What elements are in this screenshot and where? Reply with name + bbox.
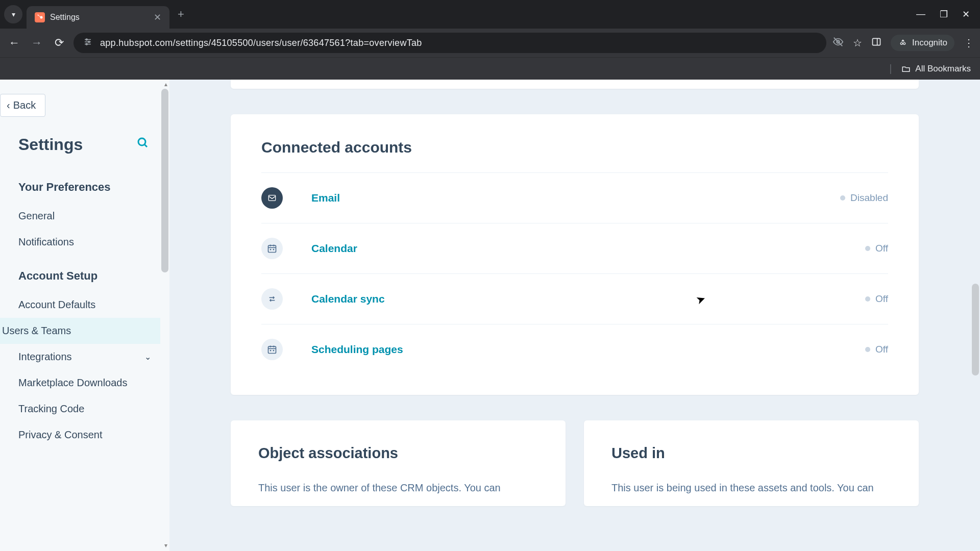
object-associations-title: Object associations — [258, 445, 538, 462]
status-dot-icon — [840, 195, 845, 201]
sidebar-scroll-thumb[interactable] — [161, 89, 168, 272]
sidebar-item-tracking-code[interactable]: Tracking Code — [18, 396, 151, 422]
url-field[interactable]: app.hubspot.com/settings/45105500/users/… — [74, 33, 826, 53]
svg-point-15 — [138, 138, 145, 145]
svg-rect-26 — [268, 346, 276, 353]
maximize-icon[interactable]: ❐ — [940, 9, 948, 20]
sidebar-item-privacy[interactable]: Privacy & Consent — [18, 422, 151, 448]
incognito-label: Incognito — [912, 38, 947, 48]
email-icon — [261, 187, 283, 209]
sidebar-item-users-teams[interactable]: Users & Teams — [0, 318, 188, 344]
svg-point-0 — [40, 16, 43, 19]
site-settings-icon[interactable] — [83, 37, 93, 49]
eye-off-icon[interactable] — [832, 36, 844, 50]
account-calendar-link[interactable]: Calendar — [311, 242, 357, 255]
connected-accounts-card: Connected accounts Email Disabled Calend… — [231, 114, 919, 395]
svg-rect-18 — [268, 245, 276, 252]
chevron-left-icon: ‹ — [7, 99, 10, 111]
section-header-preferences: Your Preferences — [18, 181, 151, 194]
svg-rect-30 — [270, 350, 272, 352]
sidebar-item-integrations[interactable]: Integrations ⌄ — [18, 344, 151, 370]
bookmark-star-icon[interactable]: ☆ — [853, 37, 862, 49]
menu-dots-icon[interactable]: ⋮ — [964, 37, 974, 49]
forward-nav-icon[interactable]: → — [29, 36, 45, 49]
status-dot-icon — [865, 347, 870, 352]
svg-point-12 — [900, 42, 902, 44]
previous-card-peek — [231, 80, 919, 89]
svg-line-16 — [144, 144, 147, 147]
bookmarks-bar: | All Bookmarks — [0, 57, 980, 80]
account-email-status: Disabled — [840, 192, 888, 204]
svg-rect-23 — [273, 249, 275, 251]
sidebar-scrollbar[interactable]: ▴ ▾ — [160, 80, 169, 551]
svg-point-6 — [88, 41, 90, 42]
tab-close-icon[interactable]: ✕ — [154, 12, 161, 23]
account-row-calendar-sync: Calendar sync Off — [261, 273, 888, 324]
url-text: app.hubspot.com/settings/45105500/users/… — [100, 38, 422, 48]
account-calendar-sync-status: Off — [865, 293, 888, 305]
browser-tab-strip: ▾ Settings ✕ + ― ❐ ✕ — [0, 0, 980, 29]
used-in-title: Used in — [611, 445, 891, 462]
object-associations-desc: This user is the owner of these CRM obje… — [258, 480, 538, 496]
settings-sidebar: ‹ Back Settings Your Preferences General… — [0, 80, 169, 551]
calendar-icon — [261, 238, 283, 259]
account-scheduling-link[interactable]: Scheduling pages — [311, 343, 403, 356]
minimize-icon[interactable]: ― — [916, 9, 925, 20]
object-associations-card: Object associations This user is the own… — [231, 420, 566, 506]
svg-rect-22 — [270, 249, 272, 251]
incognito-badge[interactable]: Incognito — [891, 35, 954, 51]
browser-tab[interactable]: Settings ✕ — [27, 6, 169, 29]
account-email-link[interactable]: Email — [311, 192, 340, 204]
window-controls: ― ❐ ✕ — [916, 9, 976, 20]
status-dot-icon — [865, 296, 870, 302]
address-bar: ← → ⟳ app.hubspot.com/settings/45105500/… — [0, 29, 980, 57]
connected-accounts-title: Connected accounts — [261, 139, 888, 156]
svg-point-13 — [903, 42, 905, 44]
used-in-desc: This user is being used in these assets … — [611, 480, 891, 496]
scroll-up-arrow-icon[interactable]: ▴ — [164, 81, 167, 88]
chevron-down-icon: ⌄ — [144, 352, 151, 362]
tab-title: Settings — [50, 13, 149, 22]
account-row-calendar: Calendar Off — [261, 223, 888, 273]
svg-point-5 — [86, 39, 87, 40]
side-panel-icon[interactable] — [871, 37, 881, 49]
main-scroll-thumb[interactable] — [972, 284, 979, 375]
search-icon[interactable] — [137, 137, 149, 153]
account-scheduling-status: Off — [865, 344, 888, 355]
settings-title: Settings — [18, 135, 83, 154]
hubspot-favicon-icon — [35, 12, 45, 22]
all-bookmarks-button[interactable]: All Bookmarks — [901, 64, 971, 74]
status-dot-icon — [865, 246, 870, 251]
account-row-scheduling: Scheduling pages Off — [261, 324, 888, 374]
main-content: Connected accounts Email Disabled Calend… — [169, 80, 980, 551]
svg-point-7 — [86, 43, 87, 45]
svg-rect-31 — [273, 350, 275, 352]
calendar-icon — [261, 339, 283, 360]
account-row-email: Email Disabled — [261, 172, 888, 223]
scroll-down-arrow-icon[interactable]: ▾ — [164, 542, 167, 549]
svg-point-1 — [38, 15, 39, 16]
svg-rect-17 — [268, 195, 275, 201]
reload-icon[interactable]: ⟳ — [51, 36, 67, 49]
sidebar-item-notifications[interactable]: Notifications — [18, 229, 151, 255]
svg-rect-10 — [873, 38, 880, 45]
close-window-icon[interactable]: ✕ — [962, 9, 970, 20]
main-scrollbar[interactable] — [971, 80, 980, 551]
used-in-card: Used in This user is being used in these… — [584, 420, 919, 506]
section-header-account: Account Setup — [18, 269, 151, 283]
account-calendar-status: Off — [865, 243, 888, 254]
tab-search-dropdown[interactable]: ▾ — [4, 5, 22, 23]
sidebar-item-account-defaults[interactable]: Account Defaults — [18, 292, 151, 318]
sidebar-item-marketplace[interactable]: Marketplace Downloads — [18, 370, 151, 396]
sidebar-item-general[interactable]: General — [18, 203, 151, 229]
back-button[interactable]: ‹ Back — [0, 94, 45, 117]
account-calendar-sync-link[interactable]: Calendar sync — [311, 293, 385, 305]
back-nav-icon[interactable]: ← — [6, 36, 22, 49]
new-tab-button[interactable]: + — [178, 8, 184, 21]
sync-icon — [261, 288, 283, 310]
